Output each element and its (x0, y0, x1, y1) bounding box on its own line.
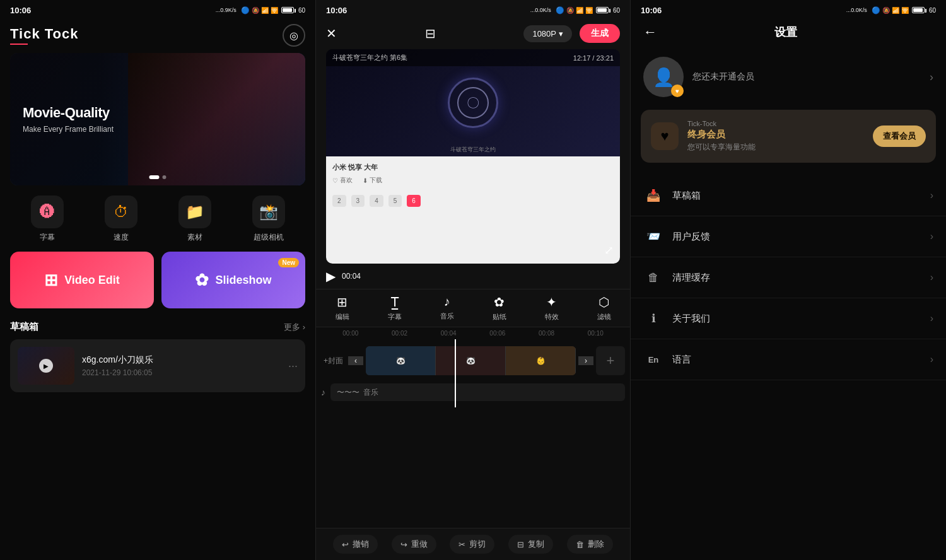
tool-filter[interactable]: ⬡ 滤镜 (597, 295, 611, 322)
feedback-arrow-icon: › (930, 231, 933, 242)
subtitle-label: 字幕 (388, 312, 402, 322)
tool-music[interactable]: ♪ 音乐 (440, 295, 454, 322)
ep-4[interactable]: 4 (370, 195, 383, 207)
slideshow-button[interactable]: New ✿ Slideshow (161, 252, 305, 308)
ep-6[interactable]: 6 (407, 195, 421, 207)
video-subtitle-text: 斗破苍穹三年之约 (332, 146, 614, 154)
download-button[interactable]: ⬇ 下载 (363, 176, 382, 185)
logo: Tick Tock (10, 26, 78, 45)
like-button[interactable]: ♡ 喜欢 (332, 176, 353, 185)
draft-date: 2021-11-29 10:06:05 (82, 368, 281, 377)
save-button[interactable]: ⊟ (425, 26, 436, 41)
quick-subtitle[interactable]: 🅐 字幕 (31, 195, 64, 243)
music-label: 音乐 (440, 312, 454, 321)
undo-icon: ↩ (342, 540, 349, 549)
draft-name: x6g.com/小刀娱乐 (82, 354, 281, 366)
membership-info: Tick-Tock 终身会员 您可以专享海量功能 (687, 120, 864, 153)
generate-button[interactable]: 生成 (580, 24, 620, 43)
video-preview: 斗破苍穹三年之约 第6集 12:17 / 23:21 〇 斗破苍穹三年之约 小米… (326, 49, 620, 264)
back-button[interactable]: ← (643, 24, 657, 40)
draft-card[interactable]: ▶ x6g.com/小刀娱乐 2021-11-29 10:06:05 ··· (10, 339, 305, 392)
video-edit-label: Video Edit (64, 274, 120, 287)
ep-2[interactable]: 2 (332, 195, 346, 207)
banner-content: Movie-Quality Make Every Frame Brilliant (23, 105, 114, 134)
strip-nav-right[interactable]: › (578, 356, 593, 365)
membership-icon: ♥ (651, 122, 679, 150)
profile-section[interactable]: 👤 ♥ 您还未开通会员 › (631, 50, 946, 110)
close-button[interactable]: ✕ (326, 26, 337, 41)
cut-button[interactable]: ✂ 剪切 (450, 535, 494, 554)
timeline-cursor[interactable] (455, 339, 456, 407)
delete-icon: 🗑 (576, 540, 584, 549)
ep-3[interactable]: 3 (351, 195, 365, 207)
banner-dots (149, 175, 166, 179)
profile-arrow-icon: › (930, 71, 933, 84)
playback-time: 00:04 (342, 272, 361, 281)
redo-button[interactable]: ↪ 重做 (392, 535, 436, 554)
quick-camera[interactable]: 📸 超级相机 (252, 195, 285, 243)
banner-title: Movie-Quality (23, 105, 114, 121)
timeline-content: +封面 ‹ 🐼 🐼 👶 › + ♪ 〜〜〜 音乐 (316, 339, 630, 407)
timeline: 00:00 00:02 00:04 00:06 00:08 00:10 +封面 … (316, 327, 630, 528)
menu-item-language[interactable]: En 语言 › (631, 339, 946, 380)
resolution-arrow-icon: ▾ (559, 29, 563, 38)
battery-3 (912, 7, 925, 13)
video-time: 12:17 / 23:21 (573, 54, 614, 62)
about-label: 关于我们 (672, 313, 921, 325)
series-title: 小米 悦享 大年 (332, 163, 378, 172)
video-edit-button[interactable]: ⊞ Video Edit (10, 252, 154, 308)
draft-play-button[interactable]: ▶ (39, 359, 53, 373)
membership-title: 终身会员 (687, 129, 864, 141)
add-clip-button[interactable]: + (596, 346, 625, 375)
menu-item-cache[interactable]: 🗑 清理缓存 › (631, 257, 946, 298)
draft-menu-icon[interactable]: ··· (288, 359, 298, 373)
drafts-arrow-icon: › (930, 190, 933, 201)
video-top: 斗破苍穹三年之约 第6集 12:17 / 23:21 〇 斗破苍穹三年之约 (326, 49, 620, 156)
ep-5[interactable]: 5 (388, 195, 402, 207)
draft-title: 草稿箱 (10, 321, 38, 333)
menu-item-about[interactable]: ℹ 关于我们 › (631, 298, 946, 339)
filter-label: 滤镜 (597, 312, 611, 322)
delete-button[interactable]: 🗑 删除 (567, 535, 613, 554)
subtitle-icon: 🅐 (31, 195, 64, 228)
tool-effect[interactable]: ✦ 特效 (545, 295, 559, 322)
language-arrow-icon: › (930, 354, 933, 365)
camera-label: 超级相机 (254, 232, 284, 243)
quick-materials[interactable]: 📁 素材 (178, 195, 211, 243)
sticker-label: 贴纸 (493, 312, 506, 322)
cover-add-icon[interactable]: +封面 (324, 356, 343, 366)
about-icon: ℹ (643, 308, 663, 329)
draft-more[interactable]: 更多 › (284, 322, 305, 333)
speed-1: ...0.9K/s (216, 7, 237, 13)
tool-sticker[interactable]: ✿ 贴纸 (493, 295, 506, 322)
spiral-inner: 〇 (457, 87, 489, 119)
play-button[interactable]: ▶ (326, 269, 336, 284)
battery-2 (596, 7, 609, 13)
copy-button[interactable]: ⊟ 复制 (508, 535, 553, 554)
tool-edit[interactable]: ⊞ 编辑 (336, 295, 349, 322)
panel-editor: 10:06 ...0.0K/s 🔵 🔕 📶 🛜 60 ✕ ⊟ 1080P ▾ 生… (315, 0, 631, 560)
fullscreen-button[interactable]: ⤢ (604, 243, 614, 257)
resolution-selector[interactable]: 1080P ▾ (523, 25, 572, 42)
membership-button[interactable]: 查看会员 (873, 125, 926, 147)
edit-icon: ⊞ (337, 295, 347, 310)
quick-speed[interactable]: ⏱ 速度 (105, 195, 137, 243)
settings-icon[interactable]: ◎ (283, 24, 305, 47)
logo-underline (10, 44, 28, 45)
status-time-3: 10:06 (641, 6, 662, 15)
strip-nav-left[interactable]: ‹ (348, 356, 363, 365)
video-bottom: 小米 悦享 大年 ♡ 喜欢 ⬇ 下载 2 3 4 5 6 (326, 156, 620, 264)
status-bar-1: 10:06 ...0.9K/s 🔵 🔕 📶 🛜 60 (0, 0, 315, 20)
tool-subtitle[interactable]: T̲ 字幕 (388, 295, 402, 322)
avatar-membership-badge: ♥ (671, 85, 684, 97)
slideshow-icon: ✿ (195, 271, 209, 290)
menu-item-drafts[interactable]: 📥 草稿箱 › (631, 175, 946, 216)
new-badge: New (278, 258, 299, 267)
banner-subtitle: Make Every Frame Brilliant (23, 125, 114, 134)
drafts-icon: 📥 (643, 185, 663, 206)
music-bar[interactable]: 〜〜〜 音乐 (330, 383, 625, 401)
music-wave-icon: 〜〜〜 (337, 387, 359, 398)
copy-icon: ⊟ (517, 540, 524, 549)
menu-item-feedback[interactable]: 📨 用户反馈 › (631, 216, 946, 257)
undo-button[interactable]: ↩ 撤销 (333, 535, 378, 554)
